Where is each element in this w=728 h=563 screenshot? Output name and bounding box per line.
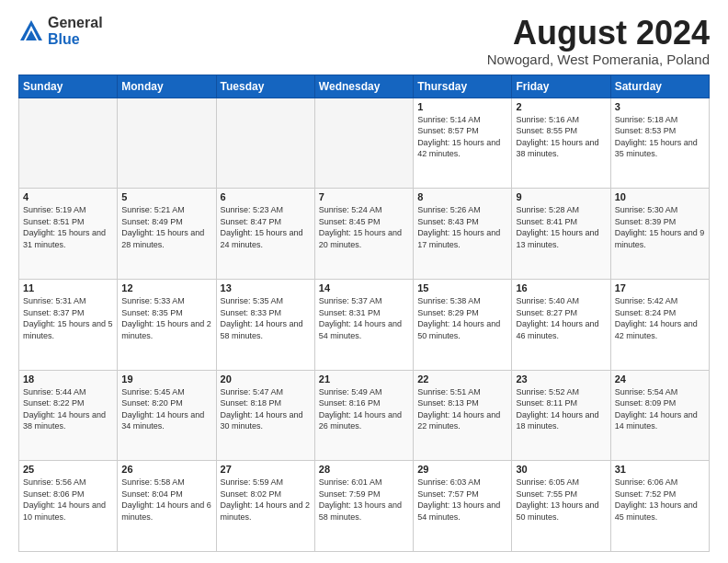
calendar-cell: 18Sunrise: 5:44 AM Sunset: 8:22 PM Dayli…: [19, 370, 118, 461]
weekday-header-friday: Friday: [512, 75, 610, 98]
day-info: Sunrise: 5:23 AM Sunset: 8:47 PM Dayligh…: [221, 204, 311, 250]
day-number: 25: [23, 464, 113, 475]
calendar-cell: 4Sunrise: 5:19 AM Sunset: 8:51 PM Daylig…: [19, 189, 118, 280]
day-number: 26: [121, 464, 211, 475]
calendar-cell: 2Sunrise: 5:16 AM Sunset: 8:55 PM Daylig…: [512, 98, 610, 189]
calendar-cell: 5Sunrise: 5:21 AM Sunset: 8:49 PM Daylig…: [118, 189, 216, 280]
day-info: Sunrise: 5:33 AM Sunset: 8:35 PM Dayligh…: [121, 295, 211, 341]
calendar-cell: 1Sunrise: 5:14 AM Sunset: 8:57 PM Daylig…: [414, 98, 512, 189]
calendar-week-2: 4Sunrise: 5:19 AM Sunset: 8:51 PM Daylig…: [19, 189, 710, 280]
calendar-week-5: 25Sunrise: 5:56 AM Sunset: 8:06 PM Dayli…: [19, 461, 710, 552]
logo-blue-label: Blue: [48, 31, 103, 48]
day-info: Sunrise: 6:03 AM Sunset: 7:57 PM Dayligh…: [417, 477, 507, 523]
day-info: Sunrise: 5:28 AM Sunset: 8:41 PM Dayligh…: [516, 204, 606, 250]
weekday-header-saturday: Saturday: [610, 75, 709, 98]
calendar-cell: 7Sunrise: 5:24 AM Sunset: 8:45 PM Daylig…: [314, 189, 413, 280]
day-info: Sunrise: 5:59 AM Sunset: 8:02 PM Dayligh…: [221, 477, 311, 523]
day-number: 13: [221, 282, 311, 293]
calendar-cell: 20Sunrise: 5:47 AM Sunset: 8:18 PM Dayli…: [216, 370, 314, 461]
day-number: 5: [121, 191, 211, 202]
day-info: Sunrise: 5:58 AM Sunset: 8:04 PM Dayligh…: [121, 477, 211, 523]
day-info: Sunrise: 5:19 AM Sunset: 8:51 PM Dayligh…: [23, 204, 113, 250]
day-number: 21: [319, 373, 409, 385]
day-info: Sunrise: 5:51 AM Sunset: 8:13 PM Dayligh…: [417, 386, 507, 432]
day-info: Sunrise: 5:47 AM Sunset: 8:18 PM Dayligh…: [221, 386, 311, 432]
calendar-cell: 10Sunrise: 5:30 AM Sunset: 8:39 PM Dayli…: [610, 189, 709, 280]
calendar-cell: 11Sunrise: 5:31 AM Sunset: 8:37 PM Dayli…: [19, 279, 118, 370]
day-info: Sunrise: 6:06 AM Sunset: 7:52 PM Dayligh…: [615, 477, 705, 523]
day-number: 1: [417, 101, 507, 112]
calendar-week-1: 1Sunrise: 5:14 AM Sunset: 8:57 PM Daylig…: [19, 98, 710, 189]
day-number: 6: [221, 191, 311, 202]
header: General Blue August 2024 Nowogard, West …: [18, 15, 710, 67]
day-number: 8: [417, 191, 507, 202]
calendar-week-3: 11Sunrise: 5:31 AM Sunset: 8:37 PM Dayli…: [19, 279, 710, 370]
day-number: 28: [319, 464, 409, 475]
calendar-cell: 29Sunrise: 6:03 AM Sunset: 7:57 PM Dayli…: [414, 461, 512, 552]
day-number: 15: [417, 282, 507, 293]
day-info: Sunrise: 5:35 AM Sunset: 8:33 PM Dayligh…: [221, 295, 311, 341]
calendar-cell: 14Sunrise: 5:37 AM Sunset: 8:31 PM Dayli…: [314, 279, 413, 370]
title-block: August 2024 Nowogard, West Pomerania, Po…: [487, 15, 710, 67]
main-title: August 2024: [487, 15, 710, 52]
day-number: 16: [516, 282, 606, 293]
day-info: Sunrise: 6:01 AM Sunset: 7:59 PM Dayligh…: [319, 477, 409, 523]
day-info: Sunrise: 5:49 AM Sunset: 8:16 PM Dayligh…: [319, 386, 409, 432]
day-info: Sunrise: 5:14 AM Sunset: 8:57 PM Dayligh…: [417, 114, 507, 160]
day-number: 29: [417, 464, 507, 475]
day-number: 27: [221, 464, 311, 475]
day-number: 20: [221, 373, 311, 385]
day-number: 7: [319, 191, 409, 202]
logo: General Blue: [18, 15, 103, 47]
day-info: Sunrise: 5:31 AM Sunset: 8:37 PM Dayligh…: [23, 295, 113, 341]
day-info: Sunrise: 5:21 AM Sunset: 8:49 PM Dayligh…: [121, 204, 211, 250]
calendar-cell: 17Sunrise: 5:42 AM Sunset: 8:24 PM Dayli…: [610, 279, 709, 370]
calendar-cell: [19, 98, 118, 189]
weekday-header-monday: Monday: [118, 75, 216, 98]
day-number: 12: [121, 282, 211, 293]
day-info: Sunrise: 5:38 AM Sunset: 8:29 PM Dayligh…: [417, 295, 507, 341]
day-info: Sunrise: 5:16 AM Sunset: 8:55 PM Dayligh…: [516, 114, 606, 160]
day-number: 11: [23, 282, 113, 293]
calendar-cell: 28Sunrise: 6:01 AM Sunset: 7:59 PM Dayli…: [314, 461, 413, 552]
calendar-cell: 15Sunrise: 5:38 AM Sunset: 8:29 PM Dayli…: [414, 279, 512, 370]
calendar-cell: 6Sunrise: 5:23 AM Sunset: 8:47 PM Daylig…: [216, 189, 314, 280]
weekday-header-row: SundayMondayTuesdayWednesdayThursdayFrid…: [19, 75, 710, 98]
day-number: 3: [615, 101, 705, 112]
calendar-cell: 3Sunrise: 5:18 AM Sunset: 8:53 PM Daylig…: [610, 98, 709, 189]
calendar-cell: 30Sunrise: 6:05 AM Sunset: 7:55 PM Dayli…: [512, 461, 610, 552]
calendar-cell: [216, 98, 314, 189]
weekday-header-thursday: Thursday: [414, 75, 512, 98]
weekday-header-sunday: Sunday: [19, 75, 118, 98]
day-number: 4: [23, 191, 113, 202]
subtitle: Nowogard, West Pomerania, Poland: [487, 52, 710, 67]
day-info: Sunrise: 5:52 AM Sunset: 8:11 PM Dayligh…: [516, 386, 606, 432]
day-info: Sunrise: 5:42 AM Sunset: 8:24 PM Dayligh…: [615, 295, 705, 341]
day-info: Sunrise: 5:54 AM Sunset: 8:09 PM Dayligh…: [615, 386, 705, 432]
day-number: 10: [615, 191, 705, 202]
day-number: 22: [417, 373, 507, 385]
day-info: Sunrise: 5:24 AM Sunset: 8:45 PM Dayligh…: [319, 204, 409, 250]
calendar-cell: 13Sunrise: 5:35 AM Sunset: 8:33 PM Dayli…: [216, 279, 314, 370]
day-number: 9: [516, 191, 606, 202]
day-info: Sunrise: 5:18 AM Sunset: 8:53 PM Dayligh…: [615, 114, 705, 160]
page: General Blue August 2024 Nowogard, West …: [0, 0, 728, 563]
calendar-cell: 22Sunrise: 5:51 AM Sunset: 8:13 PM Dayli…: [414, 370, 512, 461]
calendar-cell: 25Sunrise: 5:56 AM Sunset: 8:06 PM Dayli…: [19, 461, 118, 552]
calendar-cell: 19Sunrise: 5:45 AM Sunset: 8:20 PM Dayli…: [118, 370, 216, 461]
calendar-table: SundayMondayTuesdayWednesdayThursdayFrid…: [18, 75, 710, 552]
day-number: 24: [615, 373, 705, 385]
day-info: Sunrise: 6:05 AM Sunset: 7:55 PM Dayligh…: [516, 477, 606, 523]
day-number: 31: [615, 464, 705, 475]
calendar-cell: 31Sunrise: 6:06 AM Sunset: 7:52 PM Dayli…: [610, 461, 709, 552]
day-info: Sunrise: 5:30 AM Sunset: 8:39 PM Dayligh…: [615, 204, 705, 250]
weekday-header-tuesday: Tuesday: [216, 75, 314, 98]
day-info: Sunrise: 5:44 AM Sunset: 8:22 PM Dayligh…: [23, 386, 113, 432]
calendar-cell: 12Sunrise: 5:33 AM Sunset: 8:35 PM Dayli…: [118, 279, 216, 370]
day-number: 2: [516, 101, 606, 112]
calendar-cell: [118, 98, 216, 189]
day-info: Sunrise: 5:26 AM Sunset: 8:43 PM Dayligh…: [417, 204, 507, 250]
calendar-cell: 24Sunrise: 5:54 AM Sunset: 8:09 PM Dayli…: [610, 370, 709, 461]
calendar-cell: 8Sunrise: 5:26 AM Sunset: 8:43 PM Daylig…: [414, 189, 512, 280]
day-info: Sunrise: 5:37 AM Sunset: 8:31 PM Dayligh…: [319, 295, 409, 341]
